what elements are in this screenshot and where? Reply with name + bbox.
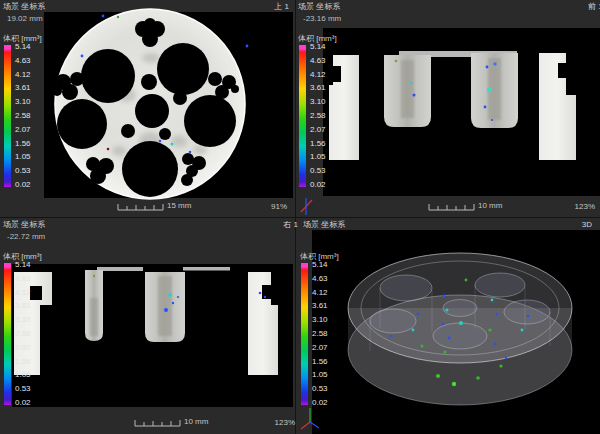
colorbar-values: 5.144.634.123.613.102.582.071.561.050.53… bbox=[310, 43, 326, 189]
colorbar-value: 5.14 bbox=[310, 43, 326, 51]
view-name-label: 前 1 bbox=[588, 2, 600, 12]
colorbar-value: 2.07 bbox=[310, 126, 326, 134]
colorbar-value: 3.10 bbox=[15, 98, 31, 106]
colorbar-value: 4.63 bbox=[15, 57, 31, 65]
coord-system-label: 场景 坐标系 bbox=[298, 2, 340, 12]
colorbar-value: 0.53 bbox=[312, 385, 328, 393]
colorbar-value: 3.10 bbox=[310, 98, 326, 106]
colorbar-value: 4.63 bbox=[310, 57, 326, 65]
colorbar-value: 1.05 bbox=[312, 371, 328, 379]
colorbar-value: 2.07 bbox=[312, 344, 328, 352]
colorbar-gradient[interactable] bbox=[299, 45, 306, 187]
scale-bar-label: 10 mm bbox=[184, 417, 208, 426]
colorbar-value: 3.61 bbox=[312, 302, 328, 310]
part-3d-render bbox=[348, 253, 572, 405]
zoom-percent-label: 123% bbox=[275, 418, 295, 428]
front-view-canvas[interactable] bbox=[296, 0, 600, 217]
colorbar-value: 4.63 bbox=[15, 275, 31, 283]
coord-system-label: 场景 坐标系 bbox=[3, 220, 45, 230]
colorbar-gradient[interactable] bbox=[4, 45, 11, 187]
coord-system-label: 场景 坐标系 bbox=[3, 2, 45, 12]
colorbar-value: 1.05 bbox=[15, 371, 31, 379]
ct-inspection-app: 场景 坐标系 19.02 mm 上 1 体积 [mm³] 5.144.634.1… bbox=[0, 0, 600, 434]
zoom-percent-label: 123% bbox=[575, 202, 595, 212]
colorbar-value: 0.02 bbox=[312, 399, 328, 407]
colorbar-value: 0.02 bbox=[15, 399, 31, 407]
colorbar-value: 5.14 bbox=[15, 43, 31, 51]
slice-position-label: 19.02 mm bbox=[7, 14, 43, 24]
colorbar-value: 4.63 bbox=[312, 275, 328, 283]
colorbar-value: 2.58 bbox=[312, 330, 328, 338]
coord-system-label: 场景 坐标系 bbox=[303, 220, 345, 230]
colorbar-values: 5.144.634.123.613.102.582.071.561.050.53… bbox=[312, 261, 328, 407]
colorbar-value: 1.56 bbox=[312, 358, 328, 366]
colorbar-value: 0.02 bbox=[15, 181, 31, 189]
part-cross-section-top bbox=[52, 9, 248, 199]
view-front-slice: 场景 坐标系 -23.16 mm 前 1 体积 [mm³] 5.144.634.… bbox=[296, 0, 600, 217]
colorbar-value: 1.56 bbox=[15, 140, 31, 148]
colorbar-value: 0.53 bbox=[310, 167, 326, 175]
scale-bar-label: 10 mm bbox=[478, 201, 502, 210]
colorbar-value: 3.61 bbox=[310, 84, 326, 92]
scale-ruler-icon bbox=[118, 204, 163, 210]
colorbar-value: 3.10 bbox=[15, 316, 31, 324]
colorbar-gradient[interactable] bbox=[4, 263, 11, 405]
zoom-percent-label: 91% bbox=[271, 202, 287, 212]
colorbar-value: 4.12 bbox=[310, 71, 326, 79]
colorbar-value: 4.12 bbox=[15, 289, 31, 297]
scale-ruler-icon bbox=[429, 204, 474, 210]
slice-position-label: -22.72 mm bbox=[7, 232, 45, 242]
colorbar-value: 2.58 bbox=[310, 112, 326, 120]
colorbar-value: 1.56 bbox=[15, 358, 31, 366]
colorbar-value: 0.02 bbox=[310, 181, 326, 189]
colorbar-value: 2.07 bbox=[15, 344, 31, 352]
colorbar-value: 1.05 bbox=[310, 153, 326, 161]
scale-bar-label: 15 mm bbox=[167, 201, 191, 210]
colorbar-value: 5.14 bbox=[15, 261, 31, 269]
colorbar-value: 0.53 bbox=[15, 385, 31, 393]
colorbar-value: 2.07 bbox=[15, 126, 31, 134]
top-view-canvas[interactable] bbox=[0, 0, 295, 217]
colorbar-value: 4.12 bbox=[312, 289, 328, 297]
colorbar-value: 1.05 bbox=[15, 153, 31, 161]
view-name-label: 右 1 bbox=[283, 220, 298, 230]
colorbar-value: 3.61 bbox=[15, 84, 31, 92]
view-right-slice: 场景 坐标系 -22.72 mm 右 1 体积 [mm³] 5.144.634.… bbox=[0, 218, 295, 434]
right-view-canvas[interactable] bbox=[0, 218, 295, 434]
colorbar-values: 5.144.634.123.613.102.582.071.561.050.53… bbox=[15, 261, 31, 407]
colorbar-value: 2.58 bbox=[15, 112, 31, 120]
3d-view-canvas[interactable] bbox=[296, 218, 600, 434]
view-top-slice: 场景 坐标系 19.02 mm 上 1 体积 [mm³] 5.144.634.1… bbox=[0, 0, 295, 217]
colorbar-value: 5.14 bbox=[312, 261, 328, 269]
view-3d: 场景 坐标系 3D 体积 [mm³] 5.144.634.123.613.102… bbox=[296, 218, 600, 434]
axes-indicator-icon bbox=[301, 198, 312, 215]
colorbar-value: 0.53 bbox=[15, 167, 31, 175]
colorbar-value: 1.56 bbox=[310, 140, 326, 148]
colorbar-value: 3.61 bbox=[15, 302, 31, 310]
colorbar-value: 3.10 bbox=[312, 316, 328, 324]
colorbar-value: 4.12 bbox=[15, 71, 31, 79]
view-name-label: 3D bbox=[582, 220, 592, 230]
colorbar-values: 5.144.634.123.613.102.582.071.561.050.53… bbox=[15, 43, 31, 189]
slice-position-label: -23.16 mm bbox=[303, 14, 341, 24]
colorbar-gradient[interactable] bbox=[301, 263, 308, 405]
view-name-label: 上 1 bbox=[274, 2, 289, 12]
colorbar-value: 2.58 bbox=[15, 330, 31, 338]
scale-ruler-icon bbox=[135, 420, 180, 426]
